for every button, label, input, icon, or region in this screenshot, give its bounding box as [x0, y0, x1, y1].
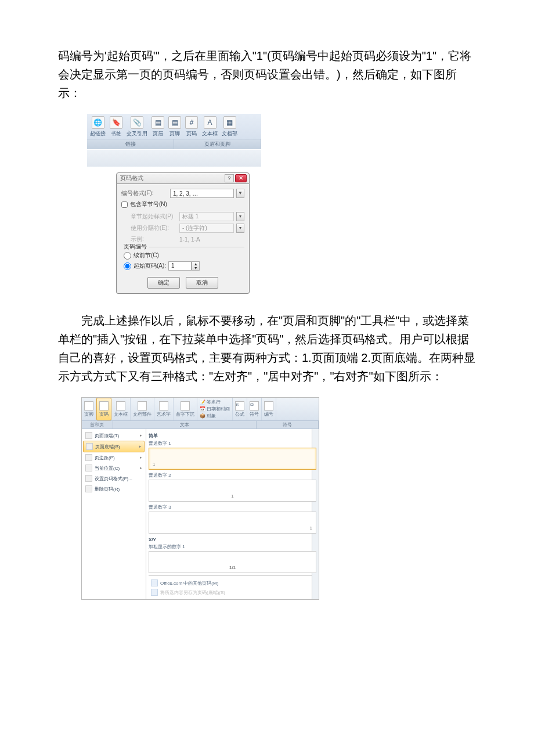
- btn-pagenum[interactable]: #页码: [183, 115, 200, 139]
- combo-number-format[interactable]: 1, 2, 3, …: [170, 189, 234, 198]
- btn-docparts[interactable]: ▦文档部: [220, 115, 239, 139]
- textbox-icon: A: [204, 116, 217, 129]
- btn-hyperlink[interactable]: 🌐超链接: [88, 115, 107, 139]
- label-include-chapter: 包含章节号(N): [130, 200, 167, 208]
- header-icon: ▤: [151, 116, 164, 129]
- wordart-icon: [159, 401, 168, 411]
- checkbox-include-chapter[interactable]: [121, 201, 128, 208]
- menu-current-position[interactable]: 当前位置(C)▸: [83, 463, 145, 473]
- radio-continue[interactable]: [124, 252, 131, 260]
- dropdown-icon[interactable]: ▼: [236, 189, 244, 198]
- gallery-preview-bold[interactable]: 1/1: [149, 551, 316, 573]
- margin-icon: [85, 454, 92, 461]
- gallery-more-office[interactable]: Office.com 中的其他页码(M): [151, 578, 314, 588]
- omega-icon: Ω: [250, 401, 259, 411]
- btn-textbox[interactable]: 文本框: [111, 398, 131, 420]
- gallery-label-3: 普通数字 3: [149, 504, 316, 510]
- footer-icon: [84, 401, 93, 411]
- btn-textbox[interactable]: A文本框: [200, 115, 219, 139]
- number-icon: [264, 401, 273, 411]
- btn-dropcap[interactable]: 首字下沉: [174, 398, 197, 420]
- textbox-icon: [116, 401, 125, 411]
- label-example: 示例:: [131, 235, 177, 243]
- parts-icon: [138, 401, 147, 411]
- help-button[interactable]: ?: [225, 174, 234, 182]
- label-number-format: 编号格式(F):: [121, 189, 168, 197]
- close-button[interactable]: ✕: [235, 174, 247, 182]
- menu-remove-pagenum[interactable]: 删除页码(R): [83, 484, 145, 494]
- gallery-preview-right[interactable]: 1: [149, 512, 316, 534]
- combo-chapter-style: 标题 1: [179, 212, 234, 221]
- dropdown-icon: ▾: [236, 212, 244, 221]
- btn-pagenum[interactable]: 页码: [96, 398, 111, 420]
- gallery-preview-center[interactable]: 1: [149, 480, 316, 502]
- menu-bottom-of-page[interactable]: 页面底端(B)▸: [83, 441, 145, 452]
- btn-bookmark[interactable]: 🔖书签: [108, 115, 124, 139]
- hash-icon: #: [185, 116, 198, 129]
- cursor-icon: [85, 465, 92, 471]
- gallery-section-simple: 简单: [149, 431, 316, 440]
- chevron-right-icon: ▸: [140, 433, 142, 438]
- input-start-at[interactable]: 1: [168, 261, 192, 271]
- group-page-numbering: 页码编号: [121, 243, 149, 251]
- btn-crossref[interactable]: 📎交叉引用: [125, 115, 149, 139]
- chevron-right-icon: ▸: [140, 455, 142, 460]
- gallery-save-selection: 将所选内容另存为页码(底端)(S): [151, 588, 314, 597]
- label-separator: 使用分隔符(E):: [131, 224, 177, 232]
- group-symbol: 符号: [257, 421, 319, 429]
- pi-icon: π: [235, 401, 244, 411]
- gallery-preview-left[interactable]: 1: [149, 448, 316, 470]
- btn-number[interactable]: 编号: [262, 398, 276, 420]
- btn-header[interactable]: ▤页眉: [150, 115, 166, 139]
- doc-area: [87, 149, 261, 167]
- gallery-label-4: 加粗显示的数字 1: [149, 543, 316, 550]
- page-top-icon: [85, 432, 92, 439]
- chevron-right-icon: ▸: [140, 466, 142, 470]
- dialog-page-number-format: 页码格式 ? ✕ 编号格式(F): 1, 2, 3, … ▼ 包含章节号(N) …: [116, 172, 250, 294]
- parts-icon: ▦: [223, 116, 236, 129]
- dropcap-icon: [181, 401, 190, 411]
- group-links: 链接: [87, 139, 174, 149]
- btn-equation[interactable]: π公式: [233, 398, 247, 420]
- gallery-label-2: 普通数字 2: [149, 472, 316, 478]
- paragraph-2: 完成上述操作以后，鼠标不要移动，在"页眉和页脚"的"工具栏"中，或选择菜单栏的"…: [58, 311, 476, 386]
- text-extras: 📝签名行 📅日期和时间 📦对象: [197, 398, 233, 420]
- btn-docparts[interactable]: 文档部件: [131, 398, 154, 420]
- menu-format-pagenum[interactable]: 设置页码格式(F)...: [83, 473, 145, 484]
- example-value: 1-1, 1-A: [179, 236, 200, 243]
- ok-button[interactable]: 确定: [147, 277, 180, 289]
- office-icon: [151, 579, 158, 586]
- btn-footer[interactable]: ▤页脚: [167, 115, 183, 139]
- group-headerfooter: 页眉和页脚: [174, 139, 261, 149]
- dialog-titlebar[interactable]: 页码格式 ? ✕: [116, 172, 250, 184]
- group-blank: 首和页: [82, 421, 113, 429]
- dialog-title-text: 页码格式: [120, 174, 143, 182]
- chevron-right-icon: ▸: [139, 444, 142, 449]
- gallery: 简单 普通数字 1 1 普通数字 2 1 普通数字 3 1 X/Y 加粗显示的数…: [146, 429, 319, 599]
- format-icon: [85, 475, 92, 482]
- paragraph-1: 码编号为'起始页码'"，之后在里面输入"1"(页码编号中起始页码必须设为"1"，…: [58, 46, 476, 102]
- hash-icon: [99, 401, 109, 411]
- spinner-buttons[interactable]: ▲▼: [192, 261, 200, 271]
- globe-icon: 🌐: [92, 116, 104, 129]
- group-text: 文本: [113, 421, 257, 429]
- btn-wordart[interactable]: 艺术字: [154, 398, 174, 420]
- gallery-label-1: 普通数字 1: [149, 440, 316, 447]
- dropdown-icon: ▾: [236, 224, 244, 233]
- btn-symbol[interactable]: Ω符号: [247, 398, 262, 420]
- ref-icon: 📎: [131, 116, 143, 129]
- combo-separator: - (连字符): [179, 224, 234, 233]
- label-start-at: 起始页码(A):: [134, 262, 166, 270]
- bookmark-icon: 🔖: [110, 116, 122, 129]
- footer-icon: ▤: [168, 116, 181, 129]
- save-icon: [151, 589, 158, 596]
- label-chapter-style: 章节起始样式(P): [131, 213, 177, 221]
- screenshot-page-number-gallery: 页脚 页码 文本框 文档部件 艺术字 首字下沉 📝签名行 📅日期和时间 📦对象 …: [81, 397, 319, 600]
- menu-top-of-page[interactable]: 页面顶端(T)▸: [83, 430, 145, 441]
- label-continue: 续前节(C): [134, 251, 159, 260]
- menu-page-margins[interactable]: 页边距(P)▸: [83, 452, 145, 463]
- cancel-button[interactable]: 取消: [186, 277, 218, 289]
- radio-start-at[interactable]: [124, 262, 131, 270]
- remove-icon: [85, 485, 92, 492]
- btn-footer[interactable]: 页脚: [82, 398, 96, 420]
